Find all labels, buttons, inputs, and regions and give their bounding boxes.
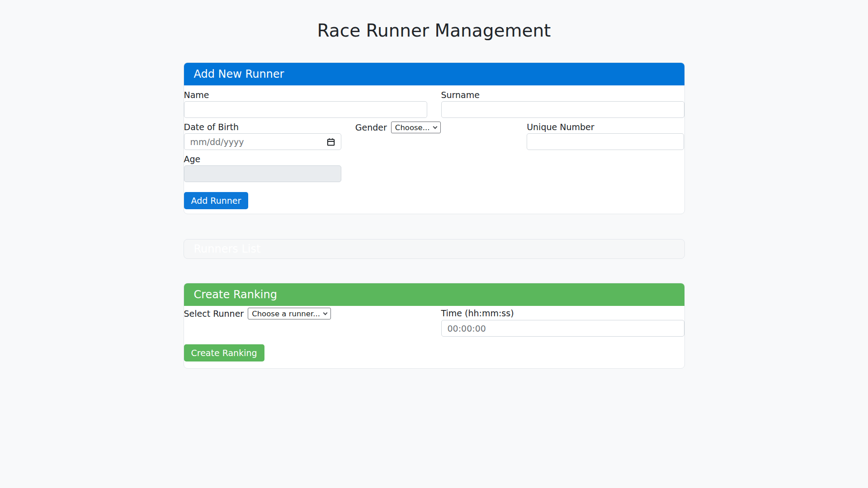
name-label: Name — [184, 89, 427, 100]
age-input — [184, 165, 341, 182]
add-runner-button[interactable]: Add Runner — [184, 192, 249, 209]
create-ranking-card: Create Ranking Select Runner Choose a ru… — [184, 283, 685, 369]
name-input[interactable] — [184, 101, 427, 118]
age-field: Age — [184, 154, 341, 182]
create-ranking-form: Select Runner Choose a runner... Time (h… — [184, 306, 684, 368]
gender-field: Gender Choose... — [355, 122, 513, 150]
surname-field: Surname — [441, 89, 684, 118]
age-row: Age — [184, 154, 684, 182]
select-runner-label: Select Runner — [184, 308, 244, 319]
unique-number-label: Unique Number — [527, 122, 684, 132]
gender-label: Gender — [355, 122, 387, 133]
gender-select[interactable]: Choose... — [391, 122, 441, 133]
time-field: Time (hh:mm:ss) — [441, 308, 684, 337]
page-title: Race Runner Management — [184, 20, 685, 41]
age-label: Age — [184, 154, 341, 164]
select-runner-field: Select Runner Choose a runner... — [184, 308, 427, 337]
add-runner-card-header: Add New Runner — [184, 63, 684, 85]
unique-number-field: Unique Number — [527, 122, 684, 150]
dob-field: Date of Birth mm/dd/yyyy — [184, 122, 341, 150]
gender-select-value: Choose... — [395, 123, 430, 132]
runners-list-card: Runners List — [184, 239, 685, 259]
add-runner-card: Add New Runner Name Surname Date of Birt… — [184, 62, 685, 214]
time-label: Time (hh:mm:ss) — [441, 308, 684, 319]
create-ranking-card-header: Create Ranking — [184, 283, 684, 306]
main-container: Race Runner Management Add New Runner Na… — [184, 20, 685, 369]
add-runner-form: Name Surname Date of Birth mm/dd/yyyy — [184, 85, 684, 214]
calendar-icon[interactable] — [326, 137, 335, 146]
time-input[interactable] — [441, 320, 684, 337]
chevron-down-icon — [323, 310, 328, 315]
dob-gender-number-row: Date of Birth mm/dd/yyyy — [184, 122, 684, 150]
chevron-down-icon — [433, 124, 437, 129]
dob-placeholder: mm/dd/yyyy — [190, 137, 244, 147]
name-surname-row: Name Surname — [184, 89, 684, 118]
runners-list-card-header: Runners List — [194, 243, 261, 255]
runner-time-row: Select Runner Choose a runner... Time (h… — [184, 308, 684, 337]
create-ranking-button[interactable]: Create Ranking — [184, 344, 264, 361]
dob-label: Date of Birth — [184, 122, 341, 132]
runner-select-value: Choose a runner... — [252, 310, 320, 318]
dob-input[interactable]: mm/dd/yyyy — [184, 133, 341, 150]
surname-input[interactable] — [441, 101, 684, 118]
surname-label: Surname — [441, 89, 684, 100]
runner-select[interactable]: Choose a runner... — [248, 308, 331, 319]
unique-number-input[interactable] — [527, 133, 684, 150]
name-field: Name — [184, 89, 427, 118]
